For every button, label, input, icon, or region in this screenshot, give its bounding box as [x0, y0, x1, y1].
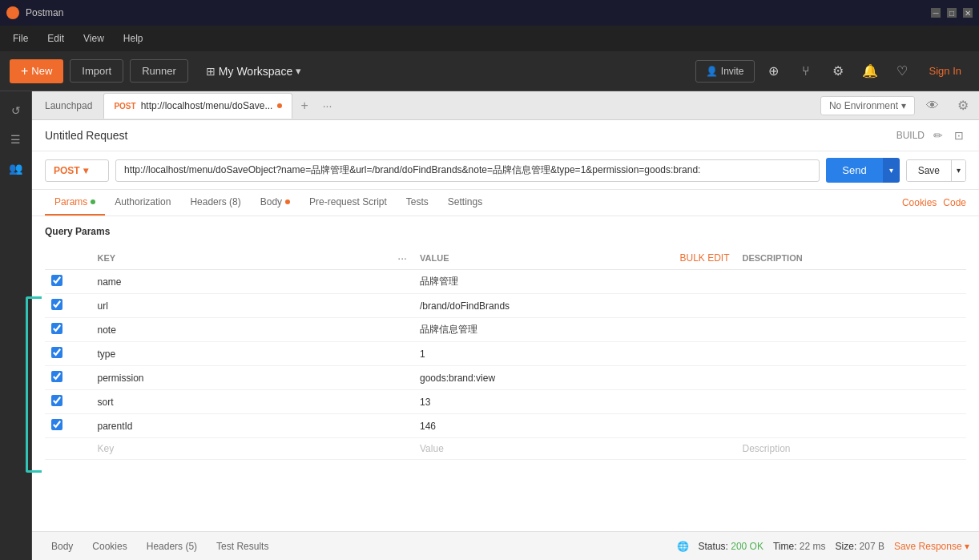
save-response-button[interactable]: Save Response ▾: [894, 541, 969, 552]
row-5-value[interactable]: goods:brand:view: [413, 366, 736, 390]
env-settings-button[interactable]: ⚙: [950, 93, 976, 119]
bottom-tab-headers[interactable]: Headers (5): [137, 536, 207, 557]
tab-url-label: http://localhost/menu/doSave...: [141, 100, 273, 111]
heart-icon-button[interactable]: ♡: [889, 58, 915, 84]
title-bar: Postman ─ □ ✕: [0, 0, 979, 26]
time-text: Time: 22 ms: [773, 541, 826, 552]
method-dropdown[interactable]: POST ▾: [45, 159, 109, 182]
bottom-tab-body[interactable]: Body: [42, 536, 83, 557]
params-more-button[interactable]: ···: [397, 252, 407, 264]
fork-icon-button[interactable]: ⑂: [793, 58, 819, 84]
main-toolbar: + New Import Runner ⊞ My Workspace ▾ 👤 I…: [0, 51, 979, 91]
sidebar-collections-icon[interactable]: ☰: [3, 127, 29, 152]
radar-icon-button[interactable]: ⊕: [761, 58, 787, 84]
row-3-description[interactable]: [736, 318, 967, 342]
row-6-description[interactable]: [736, 390, 967, 414]
tab-launchpad[interactable]: Launchpad: [35, 93, 102, 119]
menu-help[interactable]: Help: [120, 31, 147, 46]
new-button[interactable]: + New: [10, 59, 63, 83]
row-6-checkbox[interactable]: [51, 395, 62, 406]
request-panel: Untitled Request BUILD ✏ ⊡ POST ▾ Send ▾: [32, 120, 979, 531]
th-key: KEY ···: [91, 247, 414, 270]
row-1-value[interactable]: 品牌管理: [413, 270, 736, 294]
bottom-tab-cookies[interactable]: Cookies: [83, 536, 136, 557]
tab-headers[interactable]: Headers (8): [180, 190, 250, 216]
send-dropdown-button[interactable]: ▾: [883, 158, 900, 183]
row-6-value[interactable]: 13: [413, 390, 736, 414]
row-4-value[interactable]: 1: [413, 342, 736, 366]
tab-pre-request[interactable]: Pre-request Script: [300, 190, 397, 216]
row-3-key[interactable]: note: [91, 318, 414, 342]
sign-in-button[interactable]: Sign In: [921, 60, 969, 82]
tab-body[interactable]: Body: [251, 190, 300, 216]
bottom-tab-test-results[interactable]: Test Results: [207, 536, 278, 557]
tab-params[interactable]: Params: [45, 190, 105, 216]
sidebar-history-icon[interactable]: ↺: [3, 98, 29, 123]
settings-icon-button[interactable]: ⚙: [825, 58, 851, 84]
row-5-checkbox[interactable]: [51, 371, 62, 382]
cookies-link[interactable]: Cookies: [902, 197, 937, 208]
empty-key-cell[interactable]: Key: [91, 438, 414, 460]
invite-button[interactable]: 👤 Invite: [695, 60, 755, 83]
close-button[interactable]: ✕: [963, 8, 973, 18]
send-button[interactable]: Send: [826, 158, 882, 183]
row-2-value[interactable]: /brand/doFindBrands: [413, 294, 736, 318]
more-tabs-button[interactable]: ···: [316, 96, 339, 115]
table-row: parentId 146: [45, 414, 966, 438]
tab-settings[interactable]: Settings: [438, 190, 492, 216]
row-3-value[interactable]: 品牌信息管理: [413, 318, 736, 342]
empty-desc-cell[interactable]: Description: [736, 438, 967, 460]
response-status-bar: 🌐 Status: 200 OK Time: 22 ms Size: 207 B…: [677, 541, 969, 552]
row-5-description[interactable]: [736, 366, 967, 390]
workspace-grid-icon: ⊞: [206, 65, 216, 78]
menu-edit[interactable]: Edit: [44, 31, 67, 46]
row-1-key[interactable]: name: [91, 270, 414, 294]
row-2-description[interactable]: [736, 294, 967, 318]
bulk-edit-link[interactable]: Bulk Edit: [679, 252, 729, 264]
import-button[interactable]: Import: [70, 59, 123, 83]
save-button[interactable]: Save: [907, 160, 951, 181]
time-value: 22 ms: [800, 541, 826, 552]
row-5-key[interactable]: permission: [91, 366, 414, 390]
sidebar-icons: ↺ ☰ 👥: [0, 91, 32, 560]
row-1-checkbox[interactable]: [51, 275, 62, 286]
content-area: Launchpad POST http://localhost/menu/doS…: [32, 91, 979, 560]
row-7-key[interactable]: parentId: [91, 414, 414, 438]
workspace-switcher[interactable]: ⊞ My Workspace ▾: [195, 60, 312, 83]
row-2-checkbox[interactable]: [51, 299, 62, 310]
row-4-description[interactable]: [736, 342, 967, 366]
bell-icon-button[interactable]: 🔔: [857, 58, 883, 84]
menu-view[interactable]: View: [80, 31, 107, 46]
row-4-key[interactable]: type: [91, 342, 414, 366]
tab-authorization[interactable]: Authorization: [105, 190, 180, 216]
row-1-description[interactable]: [736, 270, 967, 294]
row-7-description[interactable]: [736, 414, 967, 438]
row-2-key[interactable]: url: [91, 294, 414, 318]
sidebar-team-icon[interactable]: 👥: [3, 155, 29, 181]
row-7-checkbox[interactable]: [51, 419, 62, 430]
method-chevron-icon: ▾: [83, 165, 88, 176]
row-4-checkbox[interactable]: [51, 347, 62, 358]
add-tab-button[interactable]: +: [294, 95, 314, 116]
runner-button[interactable]: Runner: [130, 59, 188, 83]
tab-request[interactable]: POST http://localhost/menu/doSave...: [103, 93, 292, 119]
size-value: 207 B: [860, 541, 884, 552]
row-6-key[interactable]: sort: [91, 390, 414, 414]
empty-value-cell[interactable]: Value: [413, 438, 736, 460]
code-link[interactable]: Code: [943, 197, 966, 208]
status-value: 200 OK: [731, 541, 763, 552]
th-check: [45, 247, 91, 270]
menu-file[interactable]: File: [10, 31, 31, 46]
build-label: BUILD: [896, 130, 925, 141]
expand-icon[interactable]: ⊡: [952, 127, 966, 144]
save-dropdown-button[interactable]: ▾: [951, 160, 965, 181]
minimize-button[interactable]: ─: [931, 8, 941, 18]
edit-icon[interactable]: ✏: [931, 127, 945, 144]
row-3-checkbox[interactable]: [51, 323, 62, 334]
url-input[interactable]: [115, 159, 820, 182]
tab-tests[interactable]: Tests: [397, 190, 438, 216]
row-7-value[interactable]: 146: [413, 414, 736, 438]
env-eye-button[interactable]: 👁: [920, 93, 945, 119]
environment-selector[interactable]: No Environment ▾: [820, 96, 915, 115]
maximize-button[interactable]: □: [947, 8, 957, 18]
